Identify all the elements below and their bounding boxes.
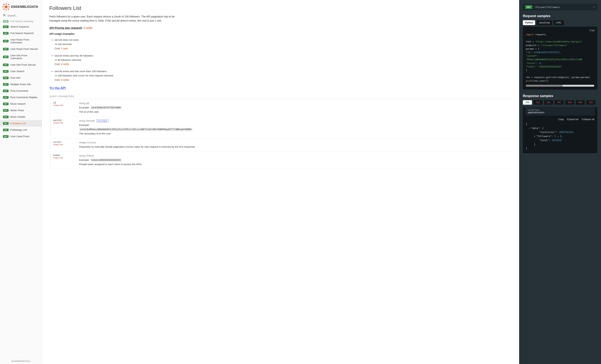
sidebar-item-label: Followings List	[10, 128, 27, 131]
param-row: cursorrequiredinteger (Cursor)Parameter …	[49, 138, 512, 152]
sidebar-item[interactable]: GETSearch Keyword	[0, 23, 42, 30]
main-content: Followers List Fetch followers for a giv…	[42, 0, 519, 364]
param-row: secUidrequiredstring (Secuid)non-emptyEx…	[49, 116, 512, 138]
search-input[interactable]	[7, 14, 39, 17]
status-tab[interactable]: 500	[586, 100, 595, 105]
sidebar-item[interactable]: GETFollowings List	[0, 127, 42, 133]
json-body: { –"data": { "nextCursor": 1668768146, +…	[523, 122, 597, 151]
brand-logo[interactable]: ENSEMBLEDATA	[0, 0, 42, 12]
sidebar: ENSEMBLEDATA GET Full Search Hashtag GET…	[0, 0, 42, 364]
param-row: idrequiredstring (Id)Example: id=6784819…	[49, 99, 512, 116]
sidebar-item-label: Full Search Keyword	[10, 32, 34, 35]
method-badge: GET	[3, 20, 9, 23]
lang-tab[interactable]: cURL	[553, 20, 564, 25]
svg-point-14	[3, 7, 3, 8]
sidebar-item-label: Search Keyword	[10, 25, 29, 28]
method-badge: GET	[3, 90, 9, 92]
method-badge: GET	[3, 26, 9, 28]
params-table: idrequiredstring (Id)Example: id=6784819…	[49, 99, 512, 169]
sidebar-item-label: Post Comments	[10, 89, 28, 92]
method-badge: GET	[3, 96, 9, 99]
sidebar-item-label: Music Search	[10, 102, 26, 105]
search-row[interactable]	[0, 12, 42, 19]
method-badge: GET	[3, 135, 9, 138]
svg-point-12	[3, 9, 4, 10]
method-badge: GET	[3, 56, 9, 58]
svg-point-8	[8, 9, 9, 10]
sidebar-item-label: Post Info	[10, 77, 20, 79]
method-badge: GET	[3, 70, 9, 73]
sidebar-item[interactable]: GETFollowers List	[0, 120, 42, 127]
svg-point-10	[6, 10, 7, 10]
response-samples-heading: Response samples	[523, 94, 597, 98]
method-badge: GET	[3, 103, 9, 105]
sidebar-item-label: Full Search Hashtag	[10, 20, 33, 23]
code-sample: Copy import requests root = "https://www…	[523, 27, 597, 90]
query-params-heading: QUERY PARAMETERS	[49, 95, 512, 99]
status-tab[interactable]: 495	[576, 100, 585, 105]
sidebar-item[interactable]: GETUser Search	[0, 68, 42, 75]
sidebar-item[interactable]: GETPost Info	[0, 75, 42, 81]
sidebar-item[interactable]: GETMusic Search	[0, 101, 42, 107]
sidebar-item[interactable]: GETUser Info From Username	[0, 52, 42, 62]
json-toolbar: Copy Expand all Collapse all	[523, 118, 597, 122]
http-method-badge: GET	[525, 5, 532, 9]
search-icon	[3, 14, 6, 17]
copy-button[interactable]: Copy	[589, 29, 595, 32]
method-badge: GET	[3, 116, 9, 118]
sidebar-item-label: User Posts From Secuid	[10, 48, 38, 50]
method-badge: GET	[3, 83, 9, 86]
horizontal-scrollbar[interactable]	[526, 85, 594, 87]
method-badge: GET	[3, 40, 9, 42]
sidebar-item[interactable]: GETUser Info From Secuid	[0, 62, 42, 68]
sidebar-item-label: User Info From Username	[10, 54, 39, 60]
sidebar-item[interactable]: GETPost Comments	[0, 87, 42, 94]
sidebar-item[interactable]: GETPost Comments Replies	[0, 94, 42, 101]
logo-icon	[2, 3, 10, 11]
scrollbar-thumb[interactable]	[526, 85, 563, 87]
status-tab[interactable]: 492	[555, 100, 564, 105]
sidebar-item-label: Multiple Posts Info	[10, 83, 31, 86]
usage-heading: API usage examples	[49, 32, 512, 35]
sidebar-item[interactable]: GETMultiple Posts Info	[0, 81, 42, 87]
svg-point-4	[8, 4, 9, 5]
expand-toggle-icon[interactable]: +	[534, 135, 535, 138]
pricing-link[interactable]: API Pricing (per request)	[49, 26, 82, 29]
method-badge: GET	[3, 129, 9, 131]
content-type-label: Content type	[528, 109, 592, 111]
collapse-toggle-icon[interactable]: –	[529, 127, 530, 130]
svg-point-17	[3, 14, 5, 16]
sidebar-footer: EnsembleData Docs	[0, 358, 42, 364]
status-tab[interactable]: 200	[523, 100, 532, 105]
try-api-link[interactable]: Try the API	[49, 86, 66, 90]
sidebar-item-label: User Search	[10, 70, 24, 73]
content-type-box: Content type application/json	[525, 107, 595, 116]
sidebar-item[interactable]: GETMusic Details	[0, 114, 42, 120]
status-tab[interactable]: 491	[544, 100, 553, 105]
status-tab[interactable]: 493	[565, 100, 574, 105]
sidebar-item-label: User Posts From Username	[10, 38, 39, 44]
status-tab[interactable]: 422	[533, 100, 542, 105]
usage-examples: secUid does not exist:-> null returned.C…	[49, 38, 512, 82]
usage-example: secUid does not exist:-> null returned.C…	[55, 38, 512, 51]
sidebar-item[interactable]: GETFull Search Keyword	[0, 30, 42, 37]
json-expand-button[interactable]: Expand all	[567, 118, 579, 121]
pricing-count: 2	[84, 26, 86, 29]
sidebar-item[interactable]: GETUser Liked Posts	[0, 133, 42, 140]
lang-tab[interactable]: JavaScript	[537, 20, 552, 25]
sidebar-item[interactable]: GET Full Search Hashtag	[0, 19, 42, 23]
sidebar-item[interactable]: GETMusic Posts	[0, 107, 42, 114]
json-collapse-button[interactable]: Collapse all	[582, 118, 594, 121]
page-title: Followers List	[49, 5, 512, 11]
json-copy-button[interactable]: Copy	[558, 118, 564, 121]
sidebar-item[interactable]: GETUser Posts From Secuid	[0, 46, 42, 52]
status-tabs: 200422491492493495500	[523, 100, 597, 105]
pricing-line: API Pricing (per request): 2 units	[49, 26, 512, 29]
method-badge: GET	[3, 77, 9, 79]
endpoint-path: /tt/user/followers	[535, 6, 591, 9]
usage-example: secUid exists and has 40 followers:-> 40…	[55, 54, 512, 67]
sidebar-item[interactable]: GETUser Posts From Username	[0, 37, 42, 46]
endpoint-bar[interactable]: GET /tt/user/followers	[523, 4, 597, 10]
lang-tab[interactable]: Python	[523, 20, 535, 25]
method-badge: GET	[3, 122, 9, 125]
